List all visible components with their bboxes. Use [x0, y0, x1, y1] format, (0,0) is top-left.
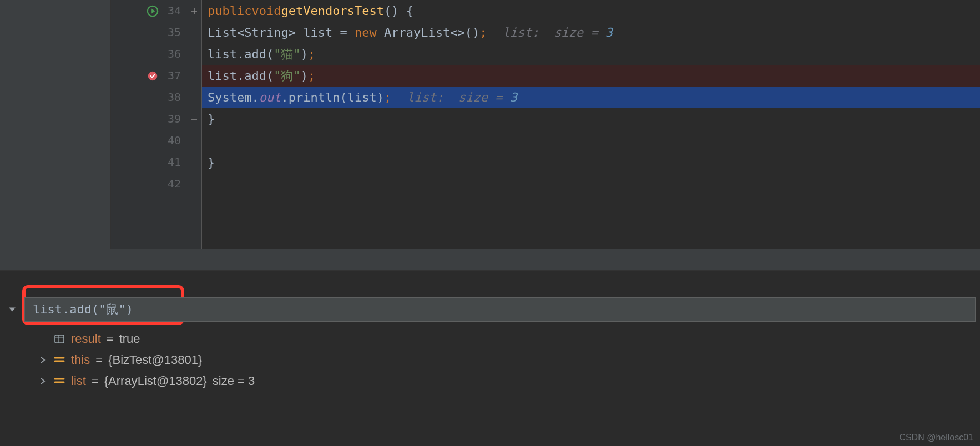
variable-name: list [71, 371, 86, 392]
line-number: 40 [159, 130, 181, 151]
line-number: 34 [159, 0, 181, 22]
watermark: CSDN @hellosc01 [899, 433, 973, 443]
project-sidebar [0, 0, 111, 249]
gutter-row[interactable]: 42 [111, 173, 186, 195]
variable-value: {BizTest@13801} [108, 349, 202, 371]
variable-value: {ArrayList@13802} [104, 371, 207, 392]
breakpoint-icon[interactable] [147, 70, 159, 82]
code-line[interactable]: } [202, 108, 980, 130]
line-number: 42 [159, 173, 181, 195]
line-number: 37 [159, 65, 181, 87]
code-line[interactable]: public void getVendorsTest() { [202, 0, 980, 22]
inline-hint: list: size = 3 [407, 87, 517, 108]
line-number: 36 [159, 43, 181, 65]
variable-name: result [71, 328, 101, 349]
gutter-row[interactable]: 37 [111, 65, 186, 87]
line-number: 41 [159, 151, 181, 173]
code-area[interactable]: public void getVendorsTest() { List<Stri… [202, 0, 980, 249]
gutter-row[interactable]: 41 [111, 151, 186, 173]
code-editor: 34 35 36 37 38 39 40 41 42 [0, 0, 980, 249]
gutter-row[interactable]: 34 [111, 0, 186, 22]
gutter-row[interactable]: 40 [111, 130, 186, 151]
code-line[interactable]: } [202, 151, 980, 173]
line-number: 39 [159, 108, 181, 130]
gutter-row[interactable]: 39 [111, 108, 186, 130]
variable-row[interactable]: this = {BizTest@13801} [38, 349, 980, 371]
object-icon [53, 354, 65, 366]
line-number: 35 [159, 22, 181, 43]
variable-row[interactable]: result = true [38, 328, 980, 349]
fold-toggle-icon[interactable] [186, 0, 201, 22]
code-line[interactable] [202, 130, 980, 151]
evaluate-expression-row [0, 294, 980, 325]
variable-value: true [119, 328, 140, 349]
variable-name: this [71, 349, 90, 371]
code-line[interactable] [202, 173, 980, 195]
gutter-row[interactable]: 35 [111, 22, 186, 43]
gutter-row[interactable]: 38 [111, 87, 186, 108]
evaluate-expression-input[interactable] [24, 297, 976, 322]
variables-tree: result = true this = {BizTest@13801} lis… [0, 325, 980, 392]
gutter: 34 35 36 37 38 39 40 41 42 [111, 0, 186, 249]
svg-rect-2 [55, 335, 64, 343]
debug-panel: result = true this = {BizTest@13801} lis… [0, 271, 980, 446]
result-icon [53, 333, 65, 345]
gutter-row[interactable]: 36 [111, 43, 186, 65]
code-line-current[interactable]: System.out.println(list);list: size = 3 [202, 87, 980, 108]
variable-row[interactable]: list = {ArrayList@13802} size = 3 [38, 371, 980, 392]
expand-arrow-icon[interactable] [38, 378, 48, 384]
code-line-breakpoint[interactable]: list.add("狗"); [202, 65, 980, 87]
line-number: 38 [159, 87, 181, 108]
fold-close-icon[interactable] [186, 108, 201, 130]
panel-divider[interactable] [0, 249, 980, 271]
object-icon [53, 375, 65, 387]
fold-strip [186, 0, 202, 249]
code-line[interactable]: List<String> list = new ArrayList<>();li… [202, 22, 980, 43]
run-test-icon[interactable] [147, 5, 159, 17]
variable-extra: size = 3 [213, 371, 255, 392]
code-line[interactable]: list.add("猫"); [202, 43, 980, 65]
expand-arrow-icon[interactable] [38, 357, 48, 363]
inline-hint: list: size = 3 [502, 22, 613, 43]
collapse-arrow-icon[interactable] [0, 306, 24, 313]
